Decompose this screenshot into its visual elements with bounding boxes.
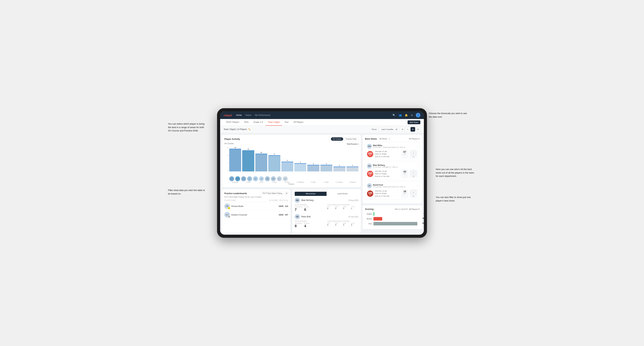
leaderboard-drill-dropdown[interactable]: PUTT Must Make Putting ... — [260, 192, 288, 195]
leaderboard-subtitle: PUTT Must Make Putting (3-6 ft), Last 3 … — [224, 196, 288, 198]
bar-col-1: 12 — [242, 148, 254, 172]
pa-player-2: RB Rees Britt — [295, 214, 310, 219]
bar-9[interactable] — [346, 167, 358, 172]
team-header-right: Show: Last 3 months Last 6 months Last y… — [372, 127, 420, 132]
pa-total-rounds-group-2: Total Rounds Tournament 8 Practice — [295, 220, 326, 228]
tab-pgat-players[interactable]: PGAT Players — [224, 119, 242, 126]
all-players-dropdown[interactable]: All Players ▾ — [409, 138, 420, 140]
bar-4[interactable] — [282, 162, 293, 172]
activity-player-1: BM Blair McHarg 26 Aug 2023 Total Rounds — [295, 198, 358, 212]
bar-3[interactable] — [268, 155, 280, 172]
scoring-pars-bar: 499 — [374, 222, 420, 225]
timescale-dropdown[interactable]: Last 3 months Last 6 months Last year — [379, 127, 398, 131]
shot-chevron-2[interactable]: › — [417, 165, 418, 168]
scoring-players-dropdown[interactable]: All Players ▾ — [409, 208, 420, 210]
lb-col-pb-score: PB SCORE — [269, 199, 278, 201]
player-avatar-7[interactable]: MM — [271, 176, 276, 181]
bar-col-8: 2 — [334, 165, 345, 172]
shots-chevron: ▾ — [389, 138, 390, 140]
nav-home[interactable]: Home — [236, 114, 242, 116]
nav-teams[interactable]: Teams — [245, 114, 251, 116]
scoring-pars-label: Pars — [365, 223, 372, 225]
player-avatar-3[interactable]: JC — [247, 176, 252, 181]
nav-my-performance[interactable]: My Performance — [255, 114, 270, 116]
grid-view-icon[interactable]: ⊞ — [400, 127, 404, 132]
pa-tournament-val: 7 — [295, 208, 302, 212]
tablet-frame: clippd Home Teams My Performance 🔍 👥 🔔 ⊕… — [217, 108, 427, 238]
tab-all-players[interactable]: All Players — [291, 119, 306, 126]
scoring-par-dropdown[interactable]: Par 3, 4 & 5s ▾ — [395, 208, 408, 210]
bar-1[interactable] — [242, 150, 254, 172]
chart-filter-dropdown[interactable]: Total Rounds ▾ — [347, 143, 358, 145]
bar-col-2: 10 — [255, 152, 267, 172]
scoring-birdies-label: Birdies — [365, 218, 372, 220]
scoring-eagles-label: Eagles — [365, 213, 372, 215]
player-avatar-4[interactable]: EE — [253, 176, 258, 181]
search-icon[interactable]: 🔍 — [392, 113, 396, 117]
lb-avg-2: 107 — [285, 214, 288, 216]
list-view-icon[interactable]: ≡ — [405, 127, 410, 132]
bar-0[interactable] — [229, 149, 241, 172]
bar-2[interactable] — [255, 154, 267, 172]
bar-8[interactable] — [334, 167, 345, 172]
player-avatar-2[interactable]: DF — [241, 176, 246, 181]
tab-tour[interactable]: Tour — [282, 119, 291, 126]
course-toggle-group: On Course Practice Drills — [331, 137, 358, 141]
show-label: Show: — [372, 128, 377, 130]
scoring-header: Scoring Par 3, 4 & 5s ▾ All Players ▾ — [365, 208, 420, 210]
player-avatars-row: BMRBDFJCEEGBRBtMMECLR — [224, 176, 358, 181]
shots-tab-all[interactable]: All Shots — [378, 137, 388, 140]
add-icon[interactable]: ⊕ — [410, 113, 413, 117]
scoring-filter: Par 3, 4 & 5s ▾ All Players ▾ — [395, 208, 420, 210]
bell-icon[interactable]: 🔔 — [404, 113, 408, 117]
shot-chevron-3[interactable]: › — [417, 184, 418, 187]
pa-name-2: Rees Britt — [301, 215, 310, 218]
shot-metric-zero-3: 0 — [411, 190, 416, 195]
pa-tournament-val-2: 8 — [295, 224, 302, 228]
tab-hcaps[interactable]: Hcaps 1-5 — [251, 119, 266, 126]
lb-rank-badge-1: 1 — [228, 207, 230, 209]
most-active-card: Most Active Least Active BM Blair McHarg — [292, 189, 361, 233]
player-avatar-5[interactable]: GB — [259, 176, 264, 181]
annotation-player-filter: You can also filter to show just one pla… — [436, 195, 474, 202]
player-avatar-8[interactable]: EC — [277, 176, 282, 181]
bar-6[interactable] — [307, 165, 319, 172]
pa-practice-val: 6 — [304, 208, 309, 212]
pa-practice-activities-group-2: Total Practice Activities GTT 0 APP — [327, 220, 358, 228]
most-active-tab[interactable]: Most Active — [295, 192, 326, 196]
pa-avatar-2: RB — [295, 214, 300, 219]
users-icon[interactable]: 👥 — [398, 113, 402, 117]
practice-drills-toggle[interactable]: Practice Drills — [344, 137, 358, 141]
leaderboard-header: Practice Leaderboards PUTT Must Make Put… — [224, 192, 288, 195]
pa-activities-label: Total Practice Activities — [327, 204, 358, 206]
player-avatar-1[interactable]: RB — [235, 176, 240, 181]
pa-name-1: Blair McHarg — [301, 199, 314, 201]
annotation-filter: Filter what data you wish the table to b… — [168, 188, 206, 195]
shot-player-info-3: DF David Ford 24 Aug 2023 · Royal North … — [367, 183, 406, 188]
add-team-button[interactable]: Add Team — [408, 120, 420, 124]
heart-view-icon[interactable]: ♥ — [410, 127, 415, 132]
settings-view-icon[interactable]: ⚙ — [416, 127, 420, 132]
bar-col-7: 3 — [320, 163, 332, 172]
player-avatar-0[interactable]: BM — [229, 176, 234, 181]
least-active-tab[interactable]: Least Active — [326, 192, 358, 196]
player-name-label-0: B. McHarg — [229, 181, 241, 183]
pa-stats-1: Total Rounds Tournament 7 Practice — [295, 204, 358, 212]
tab-team-clippd[interactable]: Team Clippd — [266, 119, 282, 126]
on-course-toggle[interactable]: On Course — [331, 137, 343, 141]
user-avatar[interactable]: 👤 — [416, 113, 420, 117]
player-name-label-2: D. Ford — [255, 181, 267, 183]
bar-5[interactable] — [294, 163, 306, 172]
tab-pga[interactable]: PGA — [242, 119, 251, 126]
sub-navigation: PGAT Players PGA Hcaps 1-5 Team Clippd T… — [220, 119, 424, 126]
shot-chevron-1[interactable]: › — [417, 145, 418, 148]
scoring-birdies-row: Birdies 96 — [365, 217, 420, 220]
player-avatar-6[interactable]: RBt — [265, 176, 270, 181]
bar-7[interactable] — [320, 165, 332, 172]
shot-metrics-2: 43 yds 0 yds — [401, 170, 418, 178]
shot-metric-1b: 0 yds — [409, 150, 418, 158]
player-avatar-9[interactable]: LR — [283, 176, 288, 181]
app-logo: clippd — [224, 114, 232, 117]
shot-card-3: DF David Ford 24 Aug 2023 · Royal North … — [365, 181, 420, 200]
edit-icon[interactable]: ✏️ — [248, 128, 251, 131]
